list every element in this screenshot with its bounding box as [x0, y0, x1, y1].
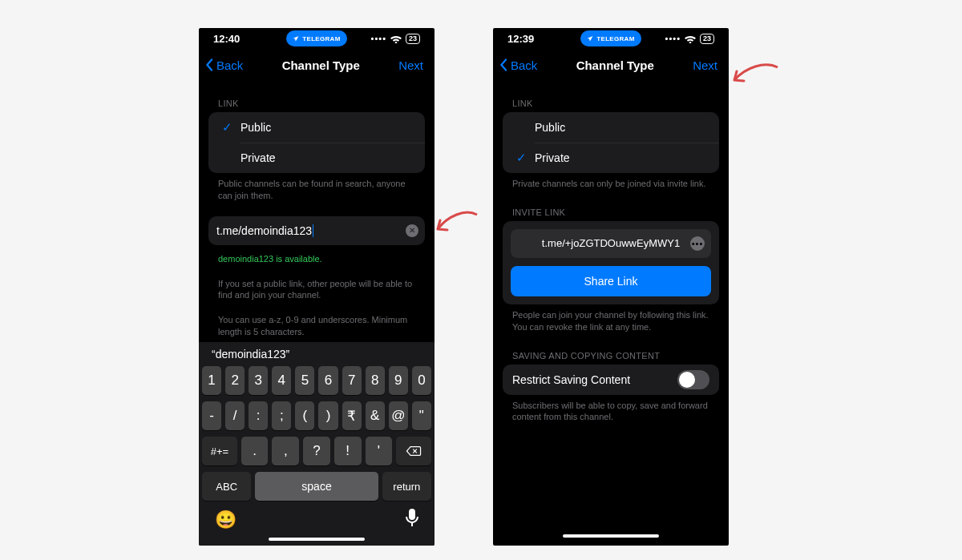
- home-indicator: [563, 534, 659, 538]
- status-bar: 12:39 TELEGRAM •••• 23: [493, 28, 729, 49]
- ios-keyboard: “demoindia123” 1 2 3 4 5 6 7 8 9 0 - / :…: [199, 342, 435, 546]
- signal-dots-icon: ••••: [371, 34, 386, 43]
- key-space[interactable]: space: [255, 472, 378, 501]
- keyboard-row-4: ABC space return: [199, 472, 435, 501]
- key[interactable]: 7: [342, 366, 362, 395]
- chevron-left-icon: [499, 58, 509, 72]
- telegram-icon: [293, 35, 300, 42]
- public-link-input[interactable]: t.me/demoindia123 ✕: [208, 216, 425, 245]
- option-private[interactable]: Private: [208, 143, 425, 173]
- invite-link-card: t.me/+joZGTDOuwwEyMWY1 ••• Share Link: [503, 221, 719, 304]
- clock-time: 12:40: [213, 33, 253, 45]
- section-link-label: LINK: [503, 81, 719, 112]
- key[interactable]: ,: [272, 437, 299, 465]
- key[interactable]: 4: [272, 366, 291, 395]
- key[interactable]: 6: [318, 366, 338, 395]
- restrict-saving-label: Restrict Saving Content: [512, 373, 630, 386]
- dynamic-island-pill: TELEGRAM: [286, 30, 347, 46]
- key-return[interactable]: return: [382, 472, 431, 501]
- key-symbols[interactable]: #+=: [202, 437, 237, 465]
- page-title: Channel Type: [576, 58, 654, 72]
- checkmark-icon: ✓: [512, 151, 530, 165]
- next-button[interactable]: Next: [398, 58, 428, 72]
- keyboard-row-1: 1 2 3 4 5 6 7 8 9 0: [199, 366, 435, 395]
- key[interactable]: (: [295, 401, 314, 430]
- key[interactable]: :: [249, 401, 268, 430]
- invite-link-value[interactable]: t.me/+joZGTDOuwwEyMWY1 •••: [511, 229, 711, 258]
- saving-group: Restrict Saving Content: [503, 365, 719, 395]
- keyboard-suggestion[interactable]: “demoindia123”: [199, 342, 435, 366]
- next-button[interactable]: Next: [693, 58, 722, 72]
- key[interactable]: ": [412, 401, 431, 430]
- restrict-saving-row: Restrict Saving Content: [503, 365, 719, 395]
- emoji-icon[interactable]: 😀: [215, 510, 236, 530]
- restrict-saving-toggle[interactable]: [677, 370, 709, 389]
- callout-arrow-right: [730, 61, 782, 93]
- key[interactable]: ?: [303, 437, 330, 465]
- share-link-button[interactable]: Share Link: [511, 266, 711, 296]
- key[interactable]: 5: [295, 366, 314, 395]
- checkmark-icon: ✓: [218, 120, 236, 135]
- key[interactable]: @: [389, 401, 408, 430]
- more-icon[interactable]: •••: [690, 236, 705, 251]
- key-backspace[interactable]: [396, 437, 431, 465]
- public-link-note-1: If you set a public link, other people w…: [208, 273, 425, 302]
- home-indicator: [269, 538, 365, 541]
- toggle-knob: [679, 372, 695, 388]
- text-caret: [313, 224, 313, 237]
- keyboard-row-2: - / : ; ( ) ₹ & @ ": [199, 401, 435, 430]
- availability-note: demoindia123 is available.: [208, 248, 425, 265]
- back-button[interactable]: Back: [205, 58, 243, 72]
- status-right: •••• 23: [665, 34, 714, 44]
- battery-icon: 23: [406, 34, 420, 44]
- link-type-hint: Private channels can only be joined via …: [503, 173, 719, 190]
- key[interactable]: -: [202, 401, 221, 430]
- key[interactable]: &: [366, 401, 385, 430]
- key[interactable]: 9: [389, 366, 408, 395]
- key[interactable]: 1: [202, 366, 221, 395]
- status-bar: 12:40 TELEGRAM •••• 23: [199, 28, 435, 49]
- status-right: •••• 23: [371, 34, 420, 44]
- key[interactable]: ': [366, 437, 393, 465]
- keyboard-row-3: #+= . , ? ! ': [199, 437, 435, 465]
- mic-icon[interactable]: [406, 509, 418, 531]
- callout-arrow-left: [433, 208, 481, 240]
- saving-section-label: SAVING AND COPYING CONTENT: [503, 333, 719, 365]
- key[interactable]: 2: [225, 366, 245, 395]
- key[interactable]: /: [225, 401, 245, 430]
- chevron-left-icon: [205, 58, 215, 72]
- clear-icon[interactable]: ✕: [406, 224, 418, 237]
- phone-right: 12:39 TELEGRAM •••• 23 Back Channel Type…: [493, 28, 729, 546]
- wifi-icon: [390, 34, 402, 43]
- option-private[interactable]: ✓ Private: [503, 143, 719, 173]
- public-link-note-2: You can use a-z, 0-9 and underscores. Mi…: [208, 309, 425, 338]
- link-type-hint: Public channels can be found in search, …: [208, 173, 425, 202]
- key-abc[interactable]: ABC: [202, 472, 251, 501]
- key[interactable]: .: [241, 437, 269, 465]
- battery-icon: 23: [700, 34, 714, 44]
- nav-header: Back Channel Type Next: [199, 49, 435, 81]
- link-type-group: Public ✓ Private: [503, 112, 719, 173]
- option-public[interactable]: ✓ Public: [208, 112, 425, 143]
- key[interactable]: ): [318, 401, 338, 430]
- key[interactable]: 3: [249, 366, 268, 395]
- dynamic-island-pill: TELEGRAM: [580, 30, 641, 46]
- back-button[interactable]: Back: [499, 58, 537, 72]
- option-public[interactable]: Public: [503, 112, 719, 143]
- key[interactable]: 8: [366, 366, 385, 395]
- signal-dots-icon: ••••: [665, 34, 681, 43]
- key[interactable]: ;: [272, 401, 291, 430]
- phone-left: 12:40 TELEGRAM •••• 23 Back Channel Type…: [199, 28, 435, 546]
- invite-link-note: People can join your channel by followin…: [503, 304, 719, 333]
- keyboard-bottom-bar: 😀: [199, 507, 435, 531]
- wifi-icon: [685, 34, 696, 43]
- key[interactable]: !: [334, 437, 362, 465]
- key[interactable]: ₹: [342, 401, 362, 430]
- key[interactable]: 0: [412, 366, 431, 395]
- telegram-icon: [587, 35, 594, 42]
- invite-link-label: INVITE LINK: [503, 190, 719, 221]
- link-type-group: ✓ Public Private: [208, 112, 425, 173]
- restrict-saving-note: Subscribers will be able to copy, save a…: [503, 395, 719, 424]
- backspace-icon: [406, 445, 422, 457]
- nav-header: Back Channel Type Next: [493, 49, 729, 81]
